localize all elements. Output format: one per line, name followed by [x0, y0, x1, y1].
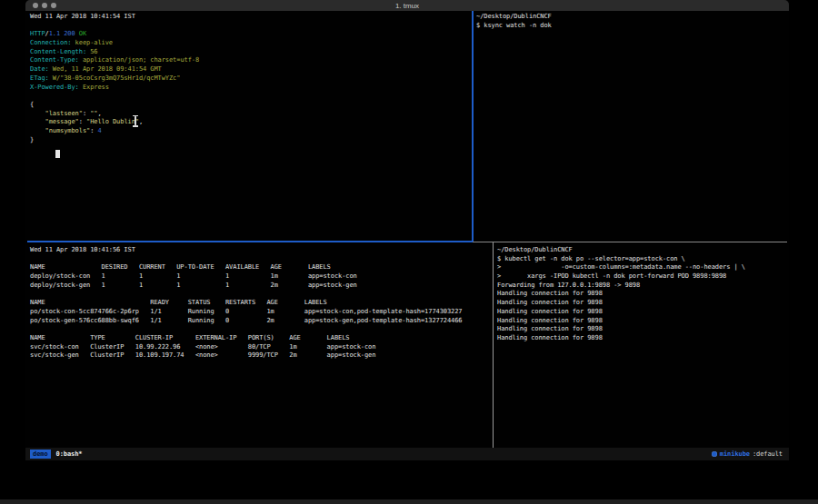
- terminal-line: Handling connection for 9898: [497, 299, 786, 308]
- terminal-text-segment: 1.1: [49, 30, 60, 37]
- zoom-button[interactable]: [51, 3, 56, 8]
- terminal-line: po/stock-con-5cc874766c-2p6rp 1/1 Runnin…: [30, 308, 491, 317]
- terminal-line: po/stock-gen-576cc688bb-swqf6 1/1 Runnin…: [30, 317, 491, 326]
- tmux-status-bar: demo 0:bash* minikube :default: [25, 448, 789, 460]
- terminal-line: NAME DESIRED CURRENT UP-TO-DATE AVAILABL…: [30, 263, 491, 272]
- terminal-text-segment: [30, 110, 45, 117]
- pane-top-right-ksync[interactable]: ~/Desktop/DublinCNCF$ ksync watch -n dok: [476, 13, 785, 30]
- terminal-text-segment: po/stock-gen-576cc688bb-swqf6 1/1 Runnin…: [30, 317, 462, 324]
- terminal-text-segment: :: [79, 118, 86, 125]
- terminal-line: Handling connection for 9898: [497, 308, 786, 317]
- terminal-line: ~/Desktop/DublinCNCF: [476, 13, 785, 22]
- terminal-line: ETag: W/"38-05coCsrg3mQ75sHr1d/qcMTwYZc": [30, 74, 470, 84]
- desktop-edge-strip: [0, 499, 818, 504]
- terminal-line: Wed 11 Apr 2018 10:41:54 IST: [30, 13, 470, 22]
- terminal-text-segment: NAME DESIRED CURRENT UP-TO-DATE AVAILABL…: [30, 263, 331, 271]
- close-button[interactable]: [33, 3, 38, 8]
- terminal-text-segment: ,: [139, 118, 143, 125]
- terminal-text-segment: > xargs -IPOD kubectl -n dok port-forwar…: [497, 272, 726, 280]
- terminal-line: [30, 290, 491, 299]
- terminal-text-segment: $ ksync watch -n dok: [476, 22, 552, 29]
- terminal-line: deploy/stock-gen 1 1 1 1 2m app=stock-ge…: [30, 282, 491, 291]
- terminal-text-segment: po/stock-con-5cc874766c-2p6rp 1/1 Runnin…: [30, 308, 462, 315]
- tmux-session-badge: demo: [30, 450, 51, 459]
- terminal-line: NAME READY STATUS RESTARTS AGE LABELS: [30, 299, 491, 308]
- window-titlebar[interactable]: 1. tmux: [25, 0, 789, 11]
- terminal-line: HTTP/1.1 200 OK: [30, 30, 470, 39]
- terminal-line: Handling connection for 9898: [497, 317, 786, 326]
- pane-top-left-http-response[interactable]: Wed 11 Apr 2018 10:41:54 IST HTTP/1.1 20…: [30, 13, 470, 153]
- terminal-text-segment: }: [30, 136, 34, 143]
- terminal-text-segment: ,: [97, 110, 101, 117]
- terminal-text-segment: ~/Desktop/DublinCNCF: [497, 246, 573, 253]
- terminal-text-segment: Handling connection for 9898: [497, 325, 603, 332]
- terminal-line: > xargs -IPOD kubectl -n dok port-forwar…: [497, 272, 786, 282]
- terminal-window[interactable]: 1. tmux Wed 11 Apr 2018 10:41:54 IST HTT…: [25, 0, 789, 460]
- terminal-text-segment: NAME TYPE CLUSTER-IP EXTERNAL-IP PORT(S)…: [30, 334, 349, 341]
- tmux-window-item-active[interactable]: 0:bash*: [56, 450, 83, 458]
- terminal-text-segment: "lastseen": [45, 110, 83, 117]
- terminal-text-segment: svc/stock-gen ClusterIP 10.109.197.74 <n…: [30, 351, 375, 359]
- terminal-text-segment: Wed 11 Apr 2018 10:41:54 IST: [30, 13, 135, 20]
- terminal-text-segment: Handling connection for 9898: [497, 334, 603, 341]
- terminal-line: svc/stock-con ClusterIP 10.99.222.96 <no…: [30, 343, 491, 352]
- terminal-line: "message": "Hello Dublin",: [30, 118, 470, 127]
- terminal-line: Handling connection for 9898: [497, 334, 786, 343]
- terminal-text-segment: deploy/stock-gen 1 1 1 1 2m app=stock-ge…: [30, 282, 357, 289]
- terminal-line: > -o=custom-columns=:metadata.name --no-…: [497, 263, 786, 272]
- minimize-button[interactable]: [42, 3, 47, 8]
- terminal-text-segment: "message": [45, 118, 79, 125]
- pane-divider-vertical-bottom[interactable]: [493, 242, 494, 448]
- terminal-text-segment: > -o=custom-columns=:metadata.name --no-…: [497, 263, 745, 271]
- pane-divider-vertical-top[interactable]: [472, 11, 474, 242]
- terminal-line: [30, 22, 470, 31]
- terminal-text-segment: :: [83, 110, 90, 117]
- terminal-text-segment: W/"38-05coCsrg3mQ75sHr1d/qcMTwYZc": [49, 74, 181, 82]
- terminal-text-segment: HTTP: [30, 30, 45, 37]
- terminal-text-segment: $ kubectl get -n dok po --selector=app=s…: [497, 255, 685, 262]
- terminal-text-segment: "numsymbols": [45, 127, 91, 134]
- terminal-line: [30, 255, 491, 264]
- terminal-text-segment: Wed, 11 Apr 2018 09:41:54 GMT: [49, 65, 162, 73]
- terminal-line: [30, 325, 491, 334]
- terminal-text-segment: Content-Length:: [30, 48, 86, 55]
- window-title: 1. tmux: [25, 2, 789, 10]
- terminal-cursor: [55, 150, 60, 158]
- terminal-line: Content-Length: 56: [30, 48, 470, 57]
- terminal-text-segment: NAME READY STATUS RESTARTS AGE LABELS: [30, 299, 327, 306]
- terminal-line: Forwarding from 127.0.0.1:9898 -> 9898: [497, 282, 786, 291]
- terminal-line: "lastseen": "",: [30, 110, 470, 119]
- terminal-line: X-Powered-By: Express: [30, 84, 470, 93]
- terminal-line: NAME TYPE CLUSTER-IP EXTERNAL-IP PORT(S)…: [30, 334, 491, 343]
- terminal-text-segment: Express: [79, 84, 109, 91]
- terminal-text-segment: 56: [86, 48, 97, 55]
- pane-divider-horizontal-active[interactable]: [27, 241, 473, 242]
- terminal-line: Date: Wed, 11 Apr 2018 09:41:54 GMT: [30, 65, 470, 74]
- terminal-line: $ ksync watch -n dok: [476, 22, 785, 31]
- kubernetes-helm-icon: [712, 451, 717, 457]
- terminal-line: [30, 144, 470, 153]
- terminal-text-segment: Wed 11 Apr 2018 10:41:56 IST: [30, 246, 135, 253]
- terminal-text-segment: deploy/stock-con 1 1 1 1 1m app=stock-co…: [30, 272, 357, 280]
- terminal-text-segment: Handling connection for 9898: [497, 290, 603, 297]
- pane-divider-horizontal[interactable]: [473, 242, 787, 242]
- kube-context-label: minikube: [720, 450, 750, 458]
- terminal-line: Connection: keep-alive: [30, 39, 470, 48]
- terminal-text-segment: application/json; charset=utf-8: [79, 56, 199, 64]
- terminal-text-segment: Forwarding from 127.0.0.1:9898 -> 9898: [497, 282, 640, 289]
- terminal-line: }: [30, 136, 470, 145]
- terminal-text-segment: svc/stock-con ClusterIP 10.99.222.96 <no…: [30, 343, 375, 351]
- terminal-text-segment: X-Powered-By:: [30, 84, 79, 91]
- terminal-text-segment: ~/Desktop/DublinCNCF: [476, 13, 552, 20]
- terminal-text-segment: Content-Type:: [30, 56, 79, 64]
- terminal-line: Handling connection for 9898: [497, 290, 786, 299]
- pane-bottom-left-kubectl-get[interactable]: Wed 11 Apr 2018 10:41:56 IST NAME DESIRE…: [30, 246, 491, 361]
- mouse-cursor-ibeam: [132, 114, 139, 127]
- pane-bottom-right-port-forward[interactable]: ~/Desktop/DublinCNCF$ kubectl get -n dok…: [497, 246, 786, 343]
- terminal-text-segment: Handling connection for 9898: [497, 308, 603, 315]
- terminal-text-segment: keep-alive: [71, 39, 112, 46]
- terminal-line: [30, 92, 470, 101]
- terminal-text-segment: {: [30, 101, 34, 108]
- terminal-line: {: [30, 101, 470, 110]
- terminal-text-segment: Date:: [30, 65, 49, 73]
